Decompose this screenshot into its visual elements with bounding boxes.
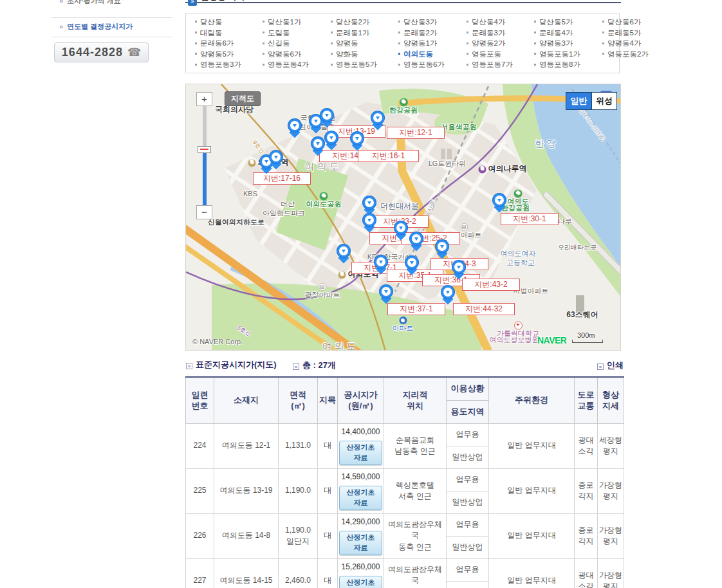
map-pin[interactable] [394,221,408,240]
map-pin[interactable] [288,118,302,138]
dong-link[interactable]: 문래동2가 [398,28,437,38]
map-place-label-text: KBS [243,190,257,198]
cell-shape-terrain: 가장형 평지 [598,558,624,588]
naver-map[interactable]: 국회의사당국회박물관어린이박물관♣한강공원서울색공원한강9의사당역KBS더샵아일… [185,84,621,351]
dong-link[interactable]: 영등포동3가 [195,60,241,69]
map-pin[interactable] [409,232,423,251]
dong-link[interactable]: 당산동3가 [398,17,437,27]
dong-link[interactable]: 도림동 [263,28,290,38]
cell-area: 2,460.0 [279,558,318,588]
map-pin[interactable] [405,255,419,275]
map-pin[interactable] [337,244,351,263]
valuation-data-button[interactable]: 산정기초자료 [339,486,382,510]
dong-link-label: 양평동 [336,39,358,47]
map-place-label: 국회의사당 [215,106,254,114]
dong-link[interactable]: 양평동2가 [467,39,505,48]
cell-shape-terrain: 세장형 평지 [598,423,624,468]
valuation-data-button[interactable]: 산정기초자료 [339,531,382,555]
dong-link-label: 문래동5가 [607,29,641,37]
valuation-data-button[interactable]: 산정기초자료 [339,441,382,465]
dong-link[interactable]: 대림동 [195,28,223,38]
dong-link[interactable]: 문래동1가 [331,28,369,38]
mart-icon: e [399,317,407,324]
valuation-data-button[interactable]: 산정기초자료 [339,576,382,588]
telephone-icon: ☎ [127,46,141,59]
map-pin[interactable] [324,131,338,150]
map-mode-normal-button[interactable]: 일반 [566,93,591,109]
dong-link[interactable]: 당산동 [195,17,223,27]
bullet-icon [263,21,264,23]
dong-link[interactable]: 신길동 [263,39,290,48]
zoom-slider-handle[interactable] [198,146,211,153]
map-pin[interactable] [311,136,325,156]
map-pin[interactable] [374,255,388,274]
bullet-icon [195,32,197,33]
title-underline [185,2,621,3]
dong-link[interactable]: 영등포동 [467,50,501,59]
bullet-icon [467,42,468,44]
dong-link[interactable]: 문래동3가 [467,28,505,38]
dong-link[interactable]: 당산동6가 [602,17,641,27]
map-pin-triangle-icon [446,291,450,294]
naver-logo: NAVER [537,335,566,345]
dong-link[interactable]: 양화동 [331,50,358,59]
map-pin[interactable] [269,150,283,169]
sidebar-item-yearly-price[interactable]: »연도별 결정공시지가 [59,22,133,32]
line9-station-icon: 9 [338,271,346,279]
dong-link[interactable]: 영등포동1가 [534,50,580,59]
dong-link-active[interactable]: 여의도동 [398,50,433,59]
dong-link[interactable]: 당산동5가 [534,17,573,27]
dong-link[interactable]: 영등포동4가 [263,60,309,69]
map-pin[interactable] [362,196,376,215]
map-pin[interactable] [371,111,385,130]
cell-geographic-location: 여의도광장우체국 남동측 인근 [384,558,447,588]
dong-link[interactable]: 양평동4가 [602,39,641,48]
bullet-icon [398,21,400,23]
dong-link-label: 여의도동 [403,50,433,58]
map-pin[interactable] [435,239,449,259]
dong-link-label: 당산동2가 [336,18,369,26]
dong-link[interactable]: 영등포동2가 [602,50,649,59]
zoom-out-button[interactable]: − [196,205,212,219]
dong-link-label: 영등포동4가 [268,60,309,68]
dong-link[interactable]: 영등포동6가 [398,60,445,69]
map-pin-triangle-icon [457,266,461,269]
dong-link[interactable]: 양평동3가 [534,39,573,48]
map-pin[interactable] [452,260,466,279]
map-pin-dot [412,234,421,243]
map-pin-dot [339,246,348,255]
dong-link[interactable]: 양평동6가 [263,50,301,59]
map-pin[interactable] [441,285,455,304]
dong-link[interactable]: 영등포동8가 [534,60,580,69]
print-button[interactable]: »인쇄 [597,360,624,371]
dong-link[interactable]: 영등포동5가 [331,60,377,69]
dong-link[interactable]: 문래동4가 [534,28,573,38]
dong-link[interactable]: 양평동1가 [398,39,437,48]
map-pin-triangle-icon [367,219,371,222]
map-pin[interactable] [320,108,334,127]
map-pin[interactable] [492,193,506,212]
map-pin[interactable] [350,131,364,151]
dong-link[interactable]: 당산동4가 [467,17,505,27]
map-pin-triangle-icon [379,261,383,264]
zoom-in-button[interactable]: + [196,92,212,106]
map-pin[interactable] [362,213,376,232]
dong-link[interactable]: 당산동2가 [331,17,369,27]
park-icon: ♣ [514,189,523,198]
sidebar-item-overview[interactable]: »조사·평가의 개요 [59,0,121,6]
map-mode-satellite-button[interactable]: 위성 [591,93,616,109]
line5-station-icon: 5 [479,165,486,173]
dong-link[interactable]: 양평동 [331,39,358,48]
dong-link[interactable]: 양평동5가 [195,50,234,59]
dong-link[interactable]: 문래동5가 [602,28,641,38]
cadastral-map-button[interactable]: 지적도 [225,91,261,106]
map-pin-dot [365,216,374,225]
dong-link[interactable]: 당산동1가 [263,17,301,27]
map-place-label-text: 신월여의지하도로 [208,218,264,226]
map-place-label-text: 여의도여자 [501,250,536,257]
sidebar-item-label: 조사·평가의 개요 [67,0,121,5]
map-pin-dot [373,113,382,122]
dong-link[interactable]: 문래동6가 [195,39,234,48]
dong-link[interactable]: 영등포동7가 [467,60,513,69]
map-pin[interactable] [379,284,393,304]
